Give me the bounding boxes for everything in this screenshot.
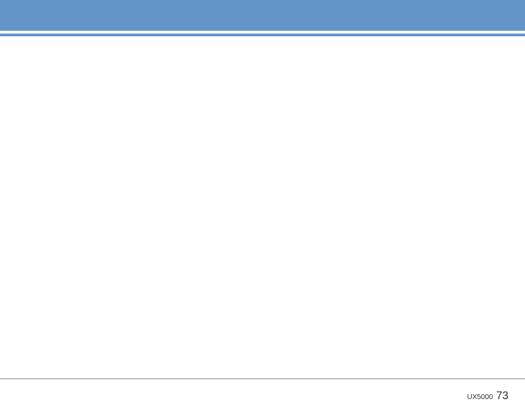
footer-text: UX5000 73 bbox=[467, 389, 508, 402]
page-footer: UX5000 73 bbox=[0, 379, 525, 420]
footer-page-number: 73 bbox=[496, 389, 508, 402]
content-area bbox=[0, 36, 525, 378]
header-band bbox=[0, 0, 525, 31]
footer-label: UX5000 bbox=[467, 393, 493, 401]
